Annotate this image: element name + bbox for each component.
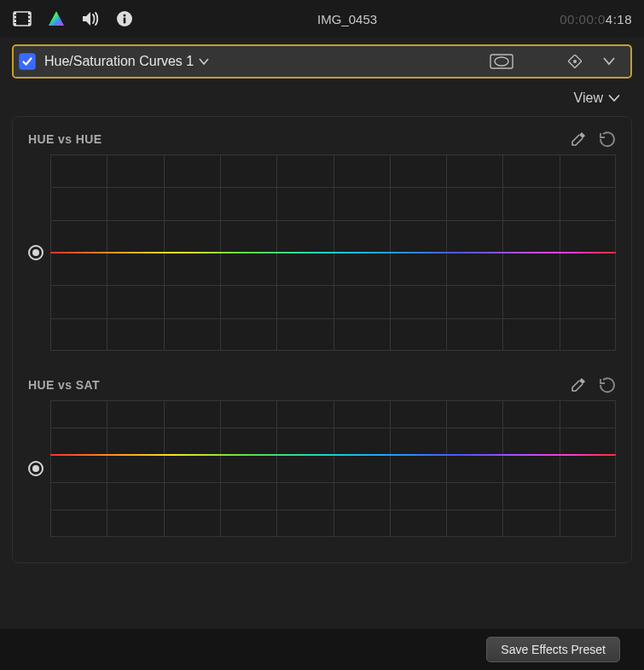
- clip-title: IMG_0453: [157, 12, 537, 26]
- svg-point-11: [124, 15, 126, 17]
- chevron-down-icon: [608, 94, 620, 102]
- svg-rect-4: [14, 23, 16, 26]
- svg-rect-2: [14, 16, 16, 19]
- svg-point-16: [573, 60, 577, 63]
- effect-enable-checkbox[interactable]: [19, 53, 36, 70]
- chevron-down-icon: [199, 57, 209, 66]
- curve-title: HUE vs HUE: [28, 132, 570, 146]
- svg-rect-12: [124, 18, 126, 24]
- keyframe-button[interactable]: [562, 51, 588, 72]
- mask-button[interactable]: [489, 51, 514, 72]
- view-dropdown[interactable]: View: [0, 79, 644, 113]
- timecode: 00:00:04:18: [560, 12, 632, 26]
- svg-rect-1: [14, 12, 16, 15]
- reset-button[interactable]: [599, 131, 616, 148]
- reset-button[interactable]: [599, 376, 616, 393]
- color-inspector-icon[interactable]: [46, 9, 67, 29]
- grid-lines: [50, 400, 616, 537]
- effect-row: Hue/Saturation Curves 1: [12, 44, 632, 79]
- svg-rect-7: [28, 20, 31, 22]
- curve-line[interactable]: [50, 454, 616, 456]
- curve-point-handle[interactable]: [28, 245, 44, 260]
- curve-line[interactable]: [50, 252, 616, 253]
- footer-bar: Save Effects Preset: [0, 629, 644, 670]
- effect-name-label: Hue/Saturation Curves 1: [44, 54, 194, 69]
- timecode-dim: 00:00:0: [560, 12, 606, 26]
- curve-point-handle[interactable]: [28, 461, 44, 476]
- inspector-top-bar: IMG_0453 00:00:04:18: [0, 0, 644, 38]
- audio-inspector-icon[interactable]: [80, 9, 101, 29]
- video-inspector-icon[interactable]: [12, 9, 32, 29]
- svg-rect-8: [28, 23, 31, 26]
- curve-title: HUE vs SAT: [28, 378, 570, 392]
- timecode-bright: 4:18: [606, 12, 632, 26]
- svg-rect-3: [14, 20, 16, 22]
- svg-rect-5: [28, 12, 31, 15]
- svg-point-14: [495, 57, 508, 66]
- view-label: View: [574, 90, 603, 106]
- save-button-label: Save Effects Preset: [501, 643, 606, 656]
- curve-header: HUE vs HUE: [28, 131, 616, 148]
- effect-row-container: Hue/Saturation Curves 1: [0, 38, 644, 79]
- eyedropper-button[interactable]: [570, 376, 587, 393]
- svg-marker-9: [49, 11, 64, 26]
- effect-options-chevron[interactable]: [596, 51, 622, 72]
- curve-block-hue-vs-hue: HUE vs HUE: [28, 131, 616, 376]
- eyedropper-button[interactable]: [570, 131, 587, 148]
- curves-panel: HUE vs HUE: [12, 116, 632, 563]
- curve-header: HUE vs SAT: [28, 376, 616, 393]
- curve-grid[interactable]: [50, 154, 616, 351]
- curve-block-hue-vs-sat: HUE vs SAT: [28, 376, 616, 562]
- info-inspector-icon[interactable]: [114, 9, 135, 29]
- svg-rect-6: [28, 16, 31, 19]
- curve-grid[interactable]: [50, 400, 616, 537]
- save-effects-preset-button[interactable]: Save Effects Preset: [486, 637, 620, 662]
- effect-name-dropdown[interactable]: Hue/Saturation Curves 1: [44, 54, 209, 69]
